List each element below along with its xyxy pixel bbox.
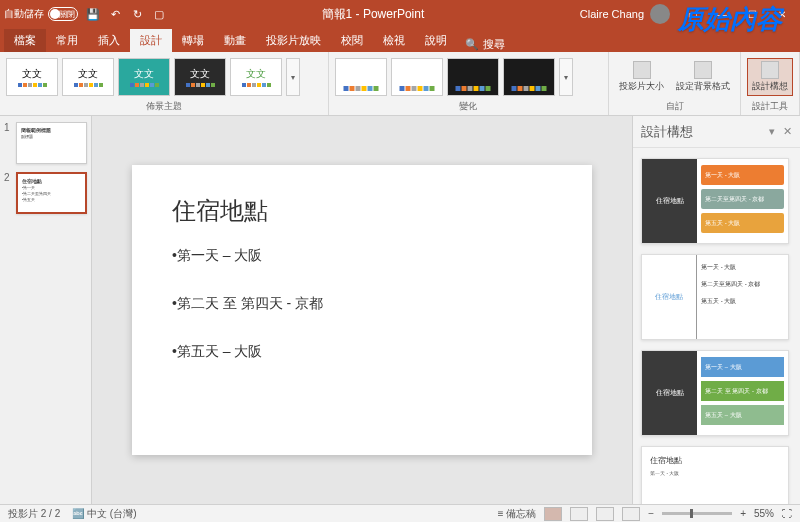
slide-size-button[interactable]: 投影片大小 bbox=[615, 59, 668, 95]
variant-option[interactable] bbox=[503, 58, 555, 96]
user-area[interactable]: Claire Chang bbox=[580, 4, 670, 24]
tab-review[interactable]: 校閱 bbox=[331, 29, 373, 52]
tab-transitions[interactable]: 轉場 bbox=[172, 29, 214, 52]
design-ideas-icon bbox=[761, 61, 779, 79]
slide-bullet-text[interactable]: •第五天 – 大阪 bbox=[172, 343, 552, 361]
slide-thumbnails-panel[interactable]: 1 簡報範例標題副標題 2 住宿地點•第一天•第二天至第四天•第五天 bbox=[0, 116, 92, 504]
slide-thumbnail-item[interactable]: 1 簡報範例標題副標題 bbox=[4, 122, 87, 164]
tab-design[interactable]: 設計 bbox=[130, 29, 172, 52]
theme-option[interactable]: 文文 bbox=[118, 58, 170, 96]
tab-view[interactable]: 檢視 bbox=[373, 29, 415, 52]
theme-option[interactable]: 文文 bbox=[62, 58, 114, 96]
undo-icon[interactable]: ↶ bbox=[108, 7, 122, 21]
variant-option[interactable] bbox=[447, 58, 499, 96]
slide-bullet-text[interactable]: •第一天 – 大阪 bbox=[172, 247, 552, 265]
ribbon: 文文 文文 文文 文文 文文 ▾ 佈景主題 ▾ 變化 投影片大小 設定背景格式 … bbox=[0, 52, 800, 116]
quick-access-toolbar: 💾 ↶ ↻ ▢ bbox=[86, 7, 166, 21]
tab-slideshow[interactable]: 投影片放映 bbox=[256, 29, 331, 52]
design-idea-option[interactable]: 住宿地點 第一天 – 大阪 第二天 至 第四天 - 京都 第五天 – 大阪 bbox=[641, 350, 789, 436]
search-box[interactable]: 🔍 搜尋 bbox=[457, 37, 513, 52]
design-panel-header: 設計構想 ▾ ✕ bbox=[633, 116, 800, 148]
variants-group-label: 變化 bbox=[335, 98, 602, 113]
sorter-view-button[interactable] bbox=[570, 507, 588, 521]
theme-option[interactable]: 文文 bbox=[230, 58, 282, 96]
slideshow-view-button[interactable] bbox=[622, 507, 640, 521]
design-ideas-list[interactable]: 住宿地點 第一天 - 大阪 第二天至第四天 - 京都 第五天 - 大阪 住宿地點… bbox=[633, 148, 800, 504]
variant-option[interactable] bbox=[335, 58, 387, 96]
slide-thumbnail[interactable]: 簡報範例標題副標題 bbox=[16, 122, 87, 164]
custom-group-label: 自訂 bbox=[615, 98, 734, 113]
zoom-level[interactable]: 55% bbox=[754, 508, 774, 519]
status-bar: 投影片 2 / 2 🔤 中文 (台灣) ≡ 備忘稿 − + 55% ⛶ bbox=[0, 504, 800, 522]
tab-animations[interactable]: 動畫 bbox=[214, 29, 256, 52]
slide-number: 2 bbox=[4, 172, 12, 214]
slide-canvas-area[interactable]: 住宿地點 •第一天 – 大阪 •第二天 至 第四天 - 京都 •第五天 – 大阪 bbox=[92, 116, 632, 504]
slide-title-text[interactable]: 住宿地點 bbox=[172, 195, 552, 227]
main-area: 1 簡報範例標題副標題 2 住宿地點•第一天•第二天至第四天•第五天 住宿地點 … bbox=[0, 116, 800, 504]
tab-insert[interactable]: 插入 bbox=[88, 29, 130, 52]
zoom-slider[interactable] bbox=[662, 512, 732, 515]
autosave-label: 自動儲存 bbox=[4, 7, 44, 21]
slide-number: 1 bbox=[4, 122, 12, 164]
tab-help[interactable]: 說明 bbox=[415, 29, 457, 52]
autosave-control[interactable]: 自動儲存 關閉 bbox=[4, 7, 78, 21]
zoom-in-button[interactable]: + bbox=[740, 508, 746, 519]
zoom-out-button[interactable]: − bbox=[648, 508, 654, 519]
user-name: Claire Chang bbox=[580, 8, 644, 20]
design-idea-option[interactable]: 住宿地點 第一天 - 大阪 第二天至第四天 - 京都 第五天 - 大阪 bbox=[641, 158, 789, 244]
slide-thumbnail[interactable]: 住宿地點•第一天•第二天至第四天•第五天 bbox=[16, 172, 87, 214]
watermark-text: 原始內容 bbox=[678, 2, 782, 37]
slideshow-icon[interactable]: ▢ bbox=[152, 7, 166, 21]
theme-option[interactable]: 文文 bbox=[6, 58, 58, 96]
ribbon-group-tools: 設計構想 設計工具 bbox=[741, 52, 800, 115]
ribbon-group-custom: 投影片大小 設定背景格式 自訂 bbox=[609, 52, 741, 115]
panel-close-icon[interactable]: ✕ bbox=[783, 125, 792, 138]
design-ideas-button[interactable]: 設計構想 bbox=[747, 58, 793, 96]
tools-group-label: 設計工具 bbox=[747, 98, 793, 113]
design-ideas-panel: 設計構想 ▾ ✕ 住宿地點 第一天 - 大阪 第二天至第四天 - 京都 第五天 … bbox=[632, 116, 800, 504]
avatar[interactable] bbox=[650, 4, 670, 24]
themes-more-button[interactable]: ▾ bbox=[286, 58, 300, 96]
tab-file[interactable]: 檔案 bbox=[4, 29, 46, 52]
language-indicator[interactable]: 🔤 中文 (台灣) bbox=[72, 507, 136, 521]
theme-option[interactable]: 文文 bbox=[174, 58, 226, 96]
themes-group-label: 佈景主題 bbox=[6, 98, 322, 113]
fit-to-window-button[interactable]: ⛶ bbox=[782, 508, 792, 519]
reading-view-button[interactable] bbox=[596, 507, 614, 521]
save-icon[interactable]: 💾 bbox=[86, 7, 100, 21]
design-idea-option[interactable]: 住宿地點 第一天 - 大阪 第二天至第四天 - 京都 第五天 - 大阪 bbox=[641, 254, 789, 340]
design-idea-option[interactable]: 住宿地點 第一天 - 大阪 bbox=[641, 446, 789, 504]
slide-canvas[interactable]: 住宿地點 •第一天 – 大阪 •第二天 至 第四天 - 京都 •第五天 – 大阪 bbox=[132, 165, 592, 455]
slide-counter[interactable]: 投影片 2 / 2 bbox=[8, 507, 60, 521]
search-icon: 🔍 bbox=[465, 38, 479, 51]
slide-bullet-text[interactable]: •第二天 至 第四天 - 京都 bbox=[172, 295, 552, 313]
ribbon-group-variants: ▾ 變化 bbox=[329, 52, 609, 115]
ribbon-group-themes: 文文 文文 文文 文文 文文 ▾ 佈景主題 bbox=[0, 52, 329, 115]
design-panel-title: 設計構想 bbox=[641, 123, 693, 141]
document-title: 簡報1 - PowerPoint bbox=[166, 6, 580, 23]
variants-more-button[interactable]: ▾ bbox=[559, 58, 573, 96]
normal-view-button[interactable] bbox=[544, 507, 562, 521]
notes-button[interactable]: ≡ 備忘稿 bbox=[498, 507, 537, 521]
slide-thumbnail-item[interactable]: 2 住宿地點•第一天•第二天至第四天•第五天 bbox=[4, 172, 87, 214]
slide-size-icon bbox=[633, 61, 651, 79]
autosave-toggle[interactable]: 關閉 bbox=[48, 7, 78, 21]
panel-options-icon[interactable]: ▾ bbox=[769, 125, 775, 138]
format-bg-icon bbox=[694, 61, 712, 79]
tab-home[interactable]: 常用 bbox=[46, 29, 88, 52]
variant-option[interactable] bbox=[391, 58, 443, 96]
format-background-button[interactable]: 設定背景格式 bbox=[672, 59, 734, 95]
redo-icon[interactable]: ↻ bbox=[130, 7, 144, 21]
search-label: 搜尋 bbox=[483, 37, 505, 52]
